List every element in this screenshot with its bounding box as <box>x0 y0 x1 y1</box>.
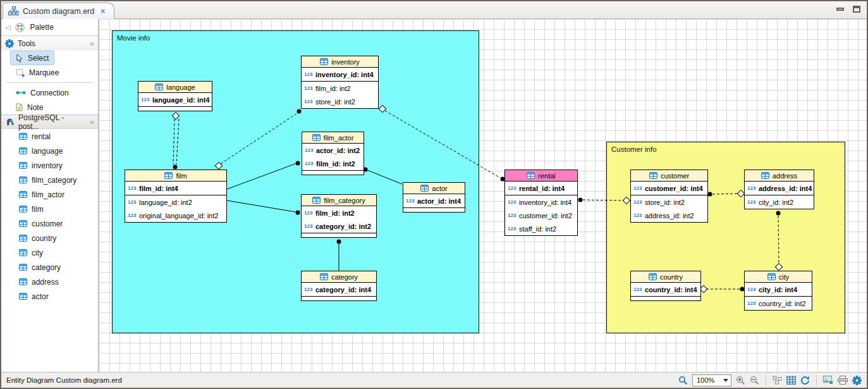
column-label: rental_id: int4 <box>519 185 565 192</box>
tab-close-icon[interactable]: × <box>101 7 105 16</box>
entity-column-row[interactable]: 123language_id: int4 <box>138 93 212 106</box>
entity-header[interactable]: country <box>631 271 700 283</box>
tool-item-select[interactable]: Select <box>10 51 54 65</box>
entity-header[interactable]: film_category <box>302 195 376 206</box>
entity-column-row[interactable]: 123customer_id: int4 <box>631 182 707 195</box>
zoom-level-select[interactable]: 100% <box>692 374 731 386</box>
entity-table-country[interactable]: country123country_id: int4 <box>630 271 701 301</box>
entity-header[interactable]: customer <box>631 170 707 182</box>
zoom-out-icon[interactable] <box>750 376 759 385</box>
toggle-grid-icon[interactable] <box>786 376 796 385</box>
entity-header[interactable]: film <box>125 170 226 182</box>
entity-column-row[interactable]: 123store_id: int2 <box>302 95 378 108</box>
relation-inventory-rental[interactable] <box>385 111 500 178</box>
db-table-item-language[interactable]: language <box>1 144 98 158</box>
tab-custom-diagram[interactable]: Custom diagram.erd × <box>3 3 114 19</box>
db-table-item-film[interactable]: film <box>1 202 98 216</box>
db-table-item-rental[interactable]: rental <box>1 129 98 144</box>
entity-table-address[interactable]: address123address_id: int4123city_id: in… <box>744 170 814 209</box>
db-table-item-address[interactable]: address <box>1 275 98 289</box>
collapse-palette-icon[interactable]: ◁ <box>5 23 10 32</box>
erd-canvas[interactable]: Movie infoCustomer infolanguage123langua… <box>99 19 868 373</box>
entity-header[interactable]: city <box>745 271 812 283</box>
entity-column-row[interactable]: 123city_id: int2 <box>745 195 814 209</box>
entity-table-inventory[interactable]: inventory123inventory_id: int4123film_id… <box>301 56 379 109</box>
table-icon <box>320 273 328 280</box>
db-section-header[interactable]: PostgreSQL - post... « <box>1 114 98 129</box>
pin-palette-icon[interactable]: « <box>90 118 94 127</box>
entity-header[interactable]: language <box>138 82 212 93</box>
db-table-item-country[interactable]: country <box>1 231 98 245</box>
entity-table-actor[interactable]: actor123actor_id: int4 <box>403 182 465 213</box>
db-table-item-film_category[interactable]: film_category <box>1 173 98 187</box>
entity-column-row[interactable]: 123country_id: int2 <box>745 297 812 310</box>
entity-column-row[interactable]: 123original_language_id: int2 <box>125 209 226 222</box>
zoom-in-icon[interactable] <box>736 376 745 385</box>
entity-table-city[interactable]: city123city_id: int4123country_id: int2 <box>744 271 812 311</box>
entity-table-film_category[interactable]: film_category123film_id: int2123category… <box>301 194 377 238</box>
save-image-icon[interactable] <box>823 376 833 385</box>
maximize-view-icon[interactable] <box>853 6 860 13</box>
db-table-item-customer[interactable]: customer <box>1 216 98 231</box>
entity-column-row[interactable]: 123actor_id: int4 <box>403 194 465 207</box>
db-table-item-film_actor[interactable]: film_actor <box>1 187 98 202</box>
entity-column-row[interactable]: 123film_id: int2 <box>302 206 376 219</box>
entity-header[interactable]: inventory <box>302 56 378 68</box>
settings-gear-icon[interactable] <box>852 376 862 385</box>
relation-rental-customer[interactable] <box>583 200 624 201</box>
entity-column-row[interactable]: 123category_id: int4 <box>302 283 376 296</box>
relation-film-inventory[interactable] <box>221 113 297 164</box>
entity-column-row[interactable]: 123language_id: int2 <box>125 195 226 209</box>
relation-film-language[interactable] <box>176 119 179 164</box>
tool-item-connection[interactable]: Connection <box>10 85 75 100</box>
print-icon[interactable] <box>838 376 848 385</box>
entity-table-language[interactable]: language123language_id: int4 <box>138 81 212 111</box>
entity-table-rental[interactable]: rental123rental_id: int4123inventory_id:… <box>504 170 578 236</box>
entity-table-film[interactable]: film123film_id: int4123language_id: int2… <box>125 170 227 223</box>
entity-column-row[interactable]: 123country_id: int4 <box>631 283 700 296</box>
minimize-view-icon[interactable] <box>836 8 844 11</box>
entity-column-row[interactable]: 123staff_id: int2 <box>505 222 577 235</box>
entity-column-row[interactable]: 123category_id: int2 <box>302 219 376 233</box>
db-table-item-inventory[interactable]: inventory <box>1 158 98 173</box>
entity-header[interactable]: category <box>302 271 376 283</box>
entity-column-row[interactable]: 123actor_id: int2 <box>302 144 364 157</box>
relation-film-language[interactable] <box>173 119 174 164</box>
entity-column-row[interactable]: 123inventory_id: int4 <box>505 195 577 209</box>
relation-film_actor-actor[interactable] <box>367 170 402 184</box>
entity-table-film_actor[interactable]: film_actor123actor_id: int2123film_id: i… <box>302 132 364 175</box>
entity-column-row[interactable]: 123rental_id: int4 <box>505 182 577 195</box>
entity-name: film_category <box>324 197 365 204</box>
entity-column-row[interactable]: 123inventory_id: int4 <box>302 68 378 81</box>
entity-column-row[interactable]: 123film_id: int2 <box>302 157 364 170</box>
entity-header[interactable]: actor <box>403 183 465 194</box>
db-table-item-actor[interactable]: actor <box>1 289 98 304</box>
entity-column-row[interactable]: 123customer_id: int2 <box>505 209 577 222</box>
entity-column-row[interactable]: 123address_id: int4 <box>745 182 814 195</box>
entity-column-row[interactable]: 123film_id: int4 <box>125 182 226 195</box>
pin-palette-icon[interactable]: « <box>90 39 94 48</box>
entity-column-row[interactable]: 123city_id: int4 <box>745 283 812 296</box>
relation-customer-address[interactable] <box>712 194 738 194</box>
relation-film-film_category[interactable] <box>227 201 295 212</box>
search-icon[interactable] <box>678 376 688 385</box>
entity-header[interactable]: film_actor <box>302 132 364 144</box>
entity-header[interactable]: rental <box>505 170 577 182</box>
relation-address-city[interactable] <box>778 216 779 264</box>
db-table-item-category[interactable]: category <box>1 260 98 275</box>
entity-column-row[interactable]: 123address_id: int2 <box>631 209 707 222</box>
refresh-icon[interactable] <box>800 376 810 385</box>
auto-layout-icon[interactable] <box>773 376 782 385</box>
tool-item-marquee[interactable]: Marquee <box>10 65 64 80</box>
tools-section-header[interactable]: Tools « <box>1 36 98 51</box>
entity-table-category[interactable]: category123category_id: int4 <box>301 271 377 301</box>
palette-header-row[interactable]: ◁ Palette <box>1 19 98 36</box>
editor-tabbar: Custom diagram.erd × <box>1 1 867 19</box>
entity-table-customer[interactable]: customer123customer_id: int4123store_id:… <box>630 170 708 223</box>
db-table-item-city[interactable]: city <box>1 245 98 260</box>
entity-column-row[interactable]: 123film_id: int2 <box>302 82 378 95</box>
palette-header-label: Palette <box>30 23 53 32</box>
relation-film-film_actor[interactable] <box>227 164 295 189</box>
entity-header[interactable]: address <box>745 170 814 182</box>
entity-column-row[interactable]: 123store_id: int2 <box>631 195 707 209</box>
